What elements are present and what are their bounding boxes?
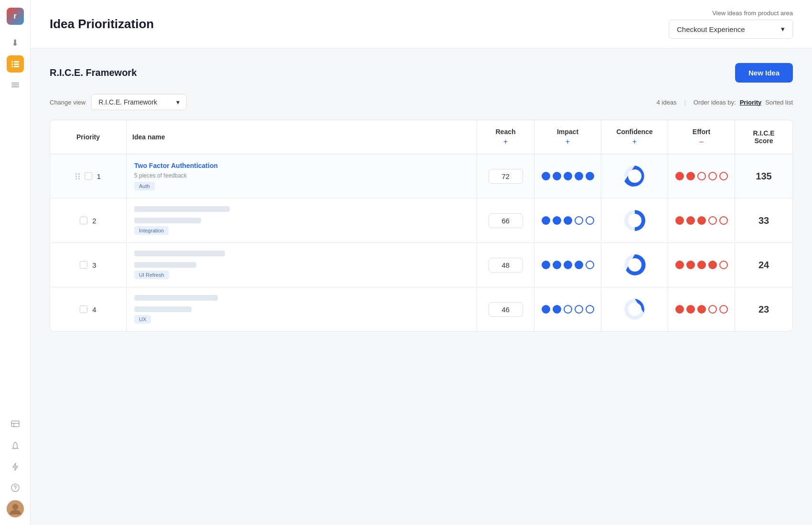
td-score-1: 135: [735, 154, 792, 198]
table-header: Priority Idea name Reach + Impact + Conf…: [50, 120, 792, 154]
effort-dot-4-3: [697, 305, 706, 314]
svg-rect-7: [11, 84, 19, 85]
td-confidence-4: [601, 287, 668, 331]
impact-dot-2-4: [575, 216, 583, 225]
idea-tag-4: UX: [134, 315, 151, 324]
effort-dot-1-4: [708, 172, 717, 180]
td-impact-4: [534, 287, 601, 331]
sidebar-item-download[interactable]: ⬇: [7, 34, 24, 52]
effort-dot-2-1: [675, 216, 684, 225]
new-idea-button[interactable]: New Idea: [735, 63, 793, 83]
row-checkbox-4[interactable]: [80, 305, 87, 313]
change-view-area: Change view R.I.C.E. Framework ▾: [50, 94, 187, 110]
row-checkbox-1[interactable]: [85, 172, 92, 180]
td-priority-3: 3: [50, 243, 127, 287]
effort-dot-2-4: [708, 216, 717, 225]
td-score-3: 24: [735, 243, 792, 287]
priority-number-4: 4: [92, 305, 96, 314]
svg-point-20: [628, 214, 641, 227]
view-select-value: R.I.C.E. Framework: [98, 98, 157, 106]
impact-dot-3-2: [553, 261, 561, 269]
score-value-2: 33: [759, 215, 769, 226]
effort-dot-2-5: [719, 216, 728, 225]
score-value-3: 24: [759, 260, 769, 271]
skeleton-title-2: [134, 206, 230, 212]
effort-dot-1-2: [686, 172, 695, 180]
td-reach-3: [477, 243, 534, 287]
effort-dot-2-2: [686, 216, 695, 225]
skeleton-subtitle-3: [134, 262, 196, 268]
header-right: View ideas from product area Checkout Ex…: [669, 10, 793, 39]
sidebar-item-lightning[interactable]: [7, 458, 24, 475]
effort-dots-3: [675, 261, 728, 269]
confidence-pie-2: [622, 208, 647, 233]
reach-input-2[interactable]: [489, 213, 523, 228]
app-logo[interactable]: r: [7, 8, 24, 25]
product-area-dropdown[interactable]: Checkout Experience ▾: [669, 20, 793, 39]
sidebar-item-help[interactable]: [7, 479, 24, 496]
skeleton-title-4: [134, 295, 218, 301]
td-score-2: 33: [735, 199, 792, 242]
svg-point-22: [628, 258, 641, 272]
sidebar: r ⬇: [0, 0, 31, 525]
impact-dots-3: [542, 261, 594, 269]
effort-dot-1-3: [697, 172, 706, 180]
impact-dot-2-3: [564, 216, 572, 225]
order-sorted-button[interactable]: Sorted list: [765, 99, 793, 106]
row-checkbox-2[interactable]: [80, 217, 87, 224]
product-area-value: Checkout Experience: [677, 25, 745, 33]
td-idea-2: Integration: [127, 199, 477, 242]
idea-tag-2: Integration: [134, 226, 169, 235]
priority-number-2: 2: [92, 217, 96, 225]
framework-title: R.I.C.E. Framework: [50, 67, 137, 78]
effort-dot-4-4: [708, 305, 717, 314]
td-reach-1: [477, 154, 534, 198]
skeleton-title-3: [134, 251, 225, 256]
sidebar-item-bell[interactable]: [7, 437, 24, 454]
td-priority-1: 1: [50, 154, 127, 198]
impact-dot-4-4: [575, 305, 583, 314]
svg-rect-8: [11, 86, 19, 87]
td-idea-3: UI Refresh: [127, 243, 477, 287]
idea-feedback-1: 5 pieces of feedback: [134, 172, 187, 179]
td-impact-1: [534, 154, 601, 198]
content-area: R.I.C.E. Framework New Idea Change view …: [31, 49, 812, 525]
view-select-dropdown[interactable]: R.I.C.E. Framework ▾: [91, 94, 187, 110]
svg-rect-0: [11, 61, 13, 63]
svg-rect-1: [14, 61, 19, 63]
framework-header: R.I.C.E. Framework New Idea: [50, 63, 793, 83]
impact-dots-4: [542, 305, 594, 314]
idea-tag-3: UI Refresh: [134, 271, 169, 279]
row-checkbox-3[interactable]: [80, 261, 87, 269]
order-priority-button[interactable]: Priority: [740, 99, 762, 106]
td-priority-2: 2: [50, 199, 127, 242]
td-confidence-3: [601, 243, 668, 287]
td-idea-1: Two Factor Authentication 5 pieces of fe…: [127, 154, 477, 198]
sidebar-item-menu[interactable]: [7, 76, 24, 94]
avatar[interactable]: [7, 500, 24, 517]
reach-input-3[interactable]: [489, 258, 523, 273]
effort-dot-3-1: [675, 261, 684, 269]
page-title: Idea Prioritization: [50, 17, 154, 32]
td-reach-4: [477, 287, 534, 331]
reach-input-1[interactable]: [489, 169, 523, 184]
drag-handle-icon[interactable]: [75, 173, 80, 179]
impact-dot-3-1: [542, 261, 550, 269]
controls-row: Change view R.I.C.E. Framework ▾ 4 ideas…: [50, 94, 793, 110]
impact-dot-3-5: [586, 261, 594, 269]
impact-dots-2: [542, 216, 594, 225]
td-effort-1: [668, 154, 735, 198]
idea-name-1[interactable]: Two Factor Authentication: [134, 162, 218, 169]
sidebar-item-list[interactable]: [7, 55, 24, 73]
sidebar-item-contact[interactable]: [7, 416, 24, 433]
reach-input-4[interactable]: [489, 302, 523, 317]
svg-point-24: [628, 303, 641, 316]
view-select-chevron-icon: ▾: [176, 98, 180, 106]
confidence-pie-4: [622, 297, 647, 322]
main-content: Idea Prioritization View ideas from prod…: [31, 0, 812, 525]
skeleton-subtitle-4: [134, 306, 192, 312]
td-confidence-1: [601, 154, 668, 198]
impact-dot-4-5: [586, 305, 594, 314]
impact-dot-4-2: [553, 305, 561, 314]
td-effort-4: [668, 287, 735, 331]
